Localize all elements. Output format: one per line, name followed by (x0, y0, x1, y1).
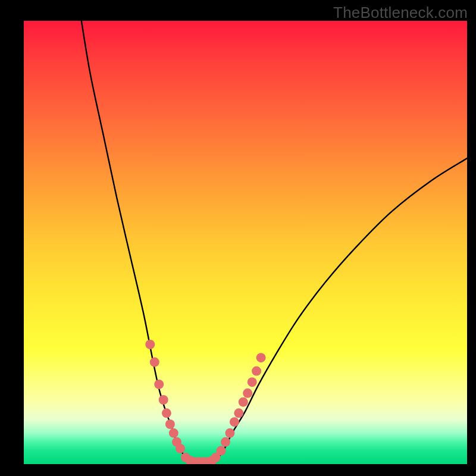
marker-point (230, 417, 239, 427)
chart-frame: TheBottleneck.com (0, 0, 476, 476)
chart-svg (24, 21, 467, 464)
marker-point (239, 397, 248, 407)
bottleneck-curve (82, 21, 467, 463)
marker-point (145, 340, 155, 349)
marker-point (169, 428, 178, 438)
marker-point (243, 389, 252, 398)
marker-point (154, 380, 164, 389)
marker-point (234, 408, 243, 418)
marker-point (256, 353, 266, 362)
marker-point (162, 408, 171, 418)
marker-point (252, 367, 261, 376)
marker-point (159, 395, 168, 405)
watermark-text: TheBottleneck.com (333, 4, 468, 22)
marker-points (145, 340, 265, 464)
marker-point (217, 446, 226, 456)
marker-point (248, 377, 257, 387)
marker-point (165, 419, 175, 429)
marker-point (225, 428, 234, 438)
marker-point (221, 437, 230, 447)
marker-point (176, 444, 185, 453)
plot-area (24, 21, 467, 464)
marker-point (150, 358, 159, 367)
